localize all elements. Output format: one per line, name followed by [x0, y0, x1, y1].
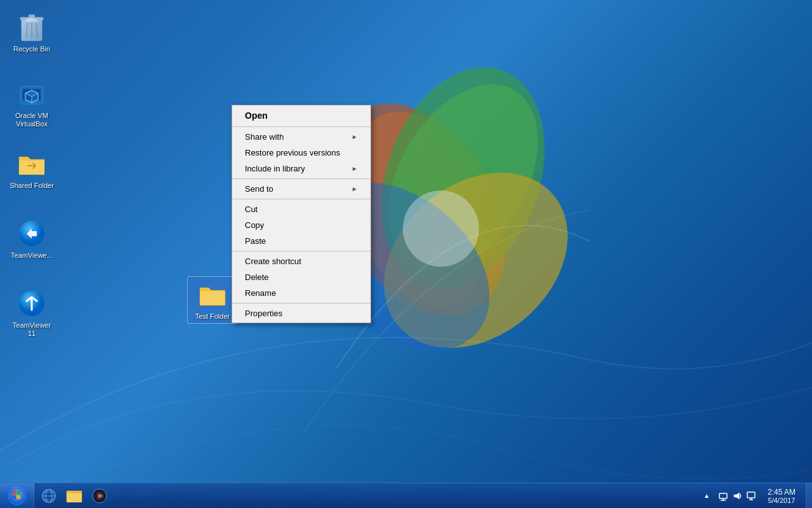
ctx-paste[interactable]: Paste [232, 233, 370, 249]
ctx-include-arrow: ► [351, 165, 358, 172]
test-folder-image [197, 279, 228, 310]
taskbar-media-player[interactable] [88, 485, 112, 507]
shared-folder-icon[interactable]: Shared Folder [6, 146, 57, 192]
system-tray: ▲ [697, 483, 806, 509]
svg-rect-26 [12, 495, 16, 499]
teamviewer-icon[interactable]: TeamViewe... [6, 216, 57, 262]
teamviewer-label: TeamViewe... [11, 251, 53, 260]
ctx-share-with-arrow: ► [351, 133, 358, 140]
recycle-bin-icon[interactable]: Recycle Bin [6, 10, 57, 56]
ctx-create-shortcut[interactable]: Create shortcut [232, 253, 370, 269]
ctx-cut[interactable]: Cut [232, 201, 370, 217]
taskbar-items [34, 485, 697, 507]
clock-area[interactable]: 2:45 AM 5/4/2017 [763, 483, 801, 509]
ctx-send-to[interactable]: Send to ► [232, 181, 370, 197]
ctx-separator-3 [232, 199, 370, 199]
taskbar: ▲ [0, 483, 812, 508]
context-menu: Open Share with ► Restore previous versi… [232, 105, 371, 323]
ctx-send-to-arrow: ► [351, 185, 358, 192]
recycle-bin-image [16, 12, 47, 43]
desktop: Recycle Bin Oracle VM VirtualBox [0, 0, 812, 508]
svg-rect-13 [29, 15, 35, 18]
ctx-restore-previous[interactable]: Restore previous versions [232, 145, 370, 161]
teamviewer11-icon[interactable]: TeamViewer 11 [6, 286, 57, 340]
teamviewer11-label: TeamViewer 11 [9, 321, 55, 338]
svg-rect-27 [16, 495, 20, 499]
svg-rect-24 [12, 491, 16, 495]
notification-chevron[interactable]: ▲ [702, 491, 712, 500]
start-button[interactable] [0, 483, 34, 509]
oracle-vm-image [16, 79, 47, 109]
svg-point-6 [403, 190, 479, 267]
ctx-rename[interactable]: Rename [232, 285, 370, 301]
teamviewer11-image [16, 288, 47, 319]
ctx-share-with[interactable]: Share with ► [232, 129, 370, 145]
taskbar-ie[interactable] [37, 485, 61, 507]
oracle-vm-label: Oracle VM VirtualBox [9, 112, 55, 128]
ctx-separator-4 [232, 251, 370, 251]
ctx-separator-5 [232, 303, 370, 304]
test-folder-desktop-icon[interactable]: Test Folder [187, 276, 238, 324]
ctx-open[interactable]: Open [232, 107, 370, 124]
ctx-separator-1 [232, 126, 370, 127]
network-tray-icon [718, 491, 728, 501]
clock-time: 2:45 AM [768, 488, 796, 497]
svg-rect-37 [719, 493, 727, 498]
ctx-include-in-library[interactable]: Include in library ► [232, 161, 370, 177]
shared-folder-label: Shared Folder [10, 182, 54, 190]
show-desktop-button[interactable] [806, 483, 812, 509]
svg-marker-40 [734, 493, 739, 499]
clock-date: 5/4/2017 [768, 497, 796, 504]
taskbar-explorer[interactable] [62, 485, 86, 507]
svg-rect-41 [747, 492, 755, 498]
action-center-icon [746, 491, 756, 501]
ctx-separator-2 [232, 178, 370, 179]
oracle-vm-icon[interactable]: Oracle VM VirtualBox [6, 76, 57, 131]
test-folder-label: Test Folder [195, 312, 230, 321]
shared-folder-image [16, 149, 47, 179]
ctx-delete[interactable]: Delete [232, 269, 370, 285]
ctx-properties[interactable]: Properties [232, 305, 370, 321]
volume-tray-icon [732, 491, 742, 501]
svg-rect-32 [67, 493, 82, 502]
teamviewer-image [16, 218, 47, 249]
ctx-copy[interactable]: Copy [232, 217, 370, 233]
recycle-bin-label: Recycle Bin [13, 45, 50, 53]
svg-rect-25 [16, 491, 20, 495]
tray-icons [714, 491, 760, 501]
